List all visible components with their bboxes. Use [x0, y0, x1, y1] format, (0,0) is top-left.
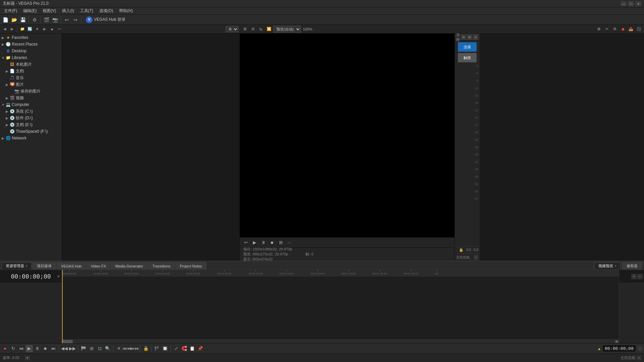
trans-btn-h[interactable]: 🔒: [142, 345, 150, 352]
save-button[interactable]: 💾: [19, 16, 27, 24]
trans-btn-c[interactable]: ⊡: [96, 345, 103, 352]
menu-options[interactable]: 选项(O): [97, 8, 116, 14]
trans-btn-e[interactable]: ✕: [115, 345, 122, 352]
tab-video-fx[interactable]: Video FX: [87, 262, 110, 269]
browser-view-dropdown[interactable]: ⊞: [226, 26, 238, 32]
sidebar-item-desktop[interactable]: ▶ 🖥 Desktop: [0, 48, 62, 54]
pause-button[interactable]: ⏸: [34, 345, 41, 352]
preview-zoom-dropdown[interactable]: 预览(自动): [273, 26, 301, 33]
redo-button[interactable]: ↪: [71, 16, 79, 24]
tab-transitions[interactable]: Transitions: [148, 262, 175, 269]
menu-edit[interactable]: 编辑(E): [20, 8, 39, 14]
vegas-hub-button[interactable]: V VEGAS Hub 登录: [83, 16, 128, 24]
tab-explorer-close[interactable]: ×: [25, 264, 28, 268]
settings-button[interactable]: ⚙: [31, 16, 39, 24]
sidebar-item-local-images[interactable]: ▶ 🖼 本机图片: [0, 61, 62, 68]
preview-fx[interactable]: fx: [257, 26, 265, 33]
preview-play-btn[interactable]: ▶: [251, 239, 258, 246]
sidebar-item-drive-c[interactable]: ▶ 💿 系统 (C:\): [0, 108, 62, 115]
touch-button[interactable]: 触摸: [458, 53, 477, 62]
rate-settings[interactable]: ▼: [25, 356, 30, 360]
browser-play[interactable]: ▶: [41, 26, 48, 32]
tab-trimmer[interactable]: 修剪器: [622, 262, 642, 269]
loop-button[interactable]: ↻: [9, 345, 17, 352]
sidebar-item-music[interactable]: ▶ 🎵 音乐: [0, 74, 62, 81]
trans-snap[interactable]: 🧲: [180, 345, 188, 352]
maximize-button[interactable]: □: [628, 1, 634, 6]
tab-media-generator[interactable]: Media Generator: [111, 262, 148, 269]
master-close-btn[interactable]: ×: [474, 255, 478, 260]
trans-btn-flags[interactable]: 🏴: [153, 345, 161, 352]
menu-file[interactable]: 文件(F): [1, 8, 20, 14]
prev-marker[interactable]: ◀◀: [61, 345, 68, 352]
sidebar-item-computer[interactable]: ▼ 💻 Computer: [0, 101, 62, 108]
preview-crop[interactable]: ✂: [603, 26, 610, 33]
sidebar-item-saved-pictures[interactable]: ▶ 📷 保存的图片: [0, 88, 62, 95]
undo-button[interactable]: ↩: [63, 16, 71, 24]
menu-tools[interactable]: 工具(T): [77, 8, 96, 14]
scroll-thumb[interactable]: [63, 340, 73, 343]
trans-paste[interactable]: 📌: [197, 345, 204, 352]
play-button[interactable]: ▶: [25, 345, 33, 352]
trans-btn-d[interactable]: 🔍: [104, 345, 111, 352]
preview-stop-btn[interactable]: ■: [269, 239, 275, 246]
trans-copy[interactable]: 📋: [189, 345, 196, 352]
stop-button[interactable]: ■: [42, 345, 49, 352]
preview-tool-3[interactable]: 🔀: [265, 26, 273, 33]
back-frame-button[interactable]: ⏮: [17, 345, 25, 352]
scroll-right-btn[interactable]: ▶: [615, 340, 619, 343]
trans-btn-g[interactable]: ⏭⏭: [131, 345, 139, 352]
tab-video-close[interactable]: ×: [614, 264, 616, 268]
browser-back[interactable]: ◀: [1, 26, 8, 32]
trans-ripple[interactable]: ⤢: [172, 345, 180, 352]
browser-stop[interactable]: ■: [49, 26, 55, 32]
fwd-frame-button[interactable]: ⏭: [50, 345, 57, 352]
browser-loop[interactable]: ↩: [56, 26, 63, 32]
next-marker[interactable]: ▶▶: [69, 345, 76, 352]
tab-vegas-hub[interactable]: VEGAS Hub: [57, 262, 86, 269]
sidebar-item-recent[interactable]: ▶ 🕐 Recent Places: [0, 41, 62, 48]
menu-help[interactable]: 帮助(H): [116, 8, 136, 14]
rp-fx-btn[interactable]: fx: [461, 35, 466, 40]
new-button[interactable]: 📄: [1, 16, 9, 24]
tl-btn-2[interactable]: −: [637, 274, 643, 279]
menu-insert[interactable]: 插入(I): [59, 8, 76, 14]
preview-grid-btn[interactable]: ⊞: [277, 239, 284, 246]
capture-button[interactable]: 📷: [51, 16, 59, 24]
rp-s-btn[interactable]: S: [473, 35, 478, 40]
preview-tool-2[interactable]: ⊟: [249, 26, 257, 33]
trans-btn-f[interactable]: ⏮⏮: [123, 345, 130, 352]
trans-btn-i[interactable]: 🔲: [161, 345, 169, 352]
sidebar-item-drive-d[interactable]: ▶ 💿 软件 (D:\): [0, 115, 62, 121]
rp-m-btn[interactable]: M: [467, 35, 472, 40]
master-close-2[interactable]: ×: [637, 356, 641, 360]
sidebar-item-drive-e[interactable]: ▶ 💿 文档 (E:\): [0, 121, 62, 128]
preview-tool-1[interactable]: ⊞: [241, 26, 249, 33]
browser-refresh[interactable]: 🔄: [26, 26, 33, 32]
browser-forward[interactable]: ▶: [9, 26, 15, 32]
tab-explorer[interactable]: 资源管理器 ×: [1, 262, 32, 269]
render-button[interactable]: 🎬: [42, 16, 50, 24]
tl-btn-1[interactable]: +: [631, 274, 637, 279]
preview-more-btn[interactable]: ···: [286, 239, 293, 246]
record-button[interactable]: ●: [1, 345, 9, 352]
sidebar-item-libraries[interactable]: ▼ 📁 Libraries: [0, 54, 62, 61]
browser-folder[interactable]: 📁: [19, 26, 26, 32]
preview-record[interactable]: ⏺: [619, 26, 627, 33]
tab-video-preview[interactable]: 视频预览 ×: [594, 262, 621, 269]
sidebar-item-videos[interactable]: ▶ 🎬 视频: [0, 95, 62, 101]
sidebar-item-network[interactable]: ▶ 🌐 Network: [0, 135, 62, 141]
close-button[interactable]: ×: [635, 1, 641, 6]
connect-button[interactable]: 连接: [458, 42, 477, 52]
preview-tool-4[interactable]: 📤: [627, 26, 635, 33]
minimize-button[interactable]: —: [621, 1, 627, 6]
timecode-expand[interactable]: □: [637, 346, 643, 351]
preview-tool-5[interactable]: ⬛: [635, 26, 643, 33]
sidebar-item-drive-f[interactable]: ▶ 💿 ThawSpace0 (F:\): [0, 128, 62, 135]
sidebar-item-documents[interactable]: ▶ 📄 文档: [0, 68, 62, 74]
sidebar-item-favorites[interactable]: ▶ ★ Favorites: [0, 34, 62, 41]
preview-settings[interactable]: ⚙: [611, 26, 619, 33]
browser-fav[interactable]: ★: [34, 26, 41, 32]
preview-loop-btn[interactable]: ↩: [243, 239, 249, 246]
trans-btn-b[interactable]: ⊞: [88, 345, 95, 352]
